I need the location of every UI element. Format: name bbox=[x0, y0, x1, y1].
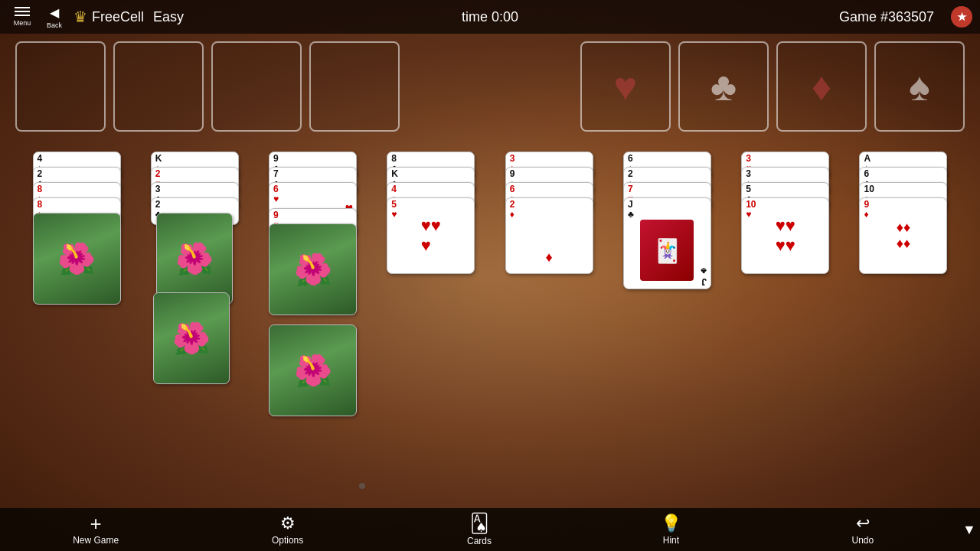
app-title: FreeCell bbox=[92, 9, 144, 25]
card-2-image2[interactable]: 🌺 bbox=[153, 292, 230, 384]
column-2[interactable]: K♠ 2♥ 3♣ 2♣ 🌺 🌺 bbox=[142, 152, 247, 416]
column-4[interactable]: 8♣ K♣ 4♦ 5♥ ♥♥♥ bbox=[379, 152, 483, 416]
back-arrow-icon: ◀ bbox=[50, 5, 59, 20]
free-cell-2[interactable] bbox=[113, 41, 204, 132]
foundation-cells: ♥ ♣ ♦ ♠ bbox=[580, 41, 965, 132]
column-3[interactable]: 9♣ 7♣ 6♥ ♥ 9♥ 🌺 🌺 bbox=[261, 152, 365, 416]
top-row: ♥ ♣ ♦ ♠ bbox=[15, 41, 965, 141]
card-1-image[interactable]: 🌺 bbox=[33, 213, 121, 305]
column-8[interactable]: A♠ 6♣ 10♠ 9♦ ♦♦♦♦ bbox=[851, 152, 956, 416]
col2-stack: K♠ 2♥ 3♣ 2♣ 🌺 🌺 bbox=[142, 152, 247, 384]
new-game-label: New Game bbox=[73, 535, 119, 546]
card-9d[interactable]: 9♦ ♦♦♦♦ bbox=[859, 197, 947, 274]
card-rank: J♣ bbox=[628, 200, 634, 220]
game-area: ♥ ♣ ♦ ♠ 4♠ 2♣ 8♦ 8♦ bbox=[0, 34, 980, 517]
options-button[interactable]: ⚙ Options bbox=[191, 508, 383, 551]
col8-stack: A♠ 6♣ 10♠ 9♦ ♦♦♦♦ bbox=[851, 152, 956, 274]
columns-area: 4♠ 2♣ 8♦ 8♦ 🌺 K♠ bbox=[15, 152, 965, 416]
avatar-icon: ★ bbox=[957, 11, 967, 23]
card-rank: 6♥ bbox=[273, 184, 279, 204]
col7-stack: 3♥ 3♠ 5♣ 10♥ ♥♥♥♥ bbox=[733, 152, 838, 274]
back-label: Back bbox=[47, 21, 62, 29]
crown-icon: ♛ bbox=[74, 8, 87, 26]
card-jc-face[interactable]: J♣ 🃏 J♣ bbox=[623, 197, 711, 289]
new-game-icon: + bbox=[90, 514, 102, 533]
options-icon: ⚙ bbox=[280, 514, 296, 533]
free-cell-4[interactable] bbox=[309, 41, 400, 132]
menu-icon-line3 bbox=[15, 15, 30, 16]
undo-label: Undo bbox=[851, 535, 874, 546]
col1-stack: 4♠ 2♣ 8♦ 8♦ 🌺 bbox=[24, 152, 129, 305]
cards-button[interactable]: 🂡 Cards bbox=[384, 508, 575, 551]
column-7[interactable]: 3♥ 3♠ 5♣ 10♥ ♥♥♥♥ bbox=[733, 152, 838, 416]
free-cell-3[interactable] bbox=[211, 41, 302, 132]
free-cell-1[interactable] bbox=[15, 41, 106, 132]
column-1[interactable]: 4♠ 2♣ 8♦ 8♦ 🌺 bbox=[24, 152, 129, 416]
col3-stack: 9♣ 7♣ 6♥ ♥ 9♥ 🌺 🌺 bbox=[261, 152, 365, 416]
cards-icon: 🂡 bbox=[470, 513, 489, 534]
menu-label: Menu bbox=[14, 19, 31, 27]
avatar: ★ bbox=[951, 6, 972, 28]
card-rank: 2♦ bbox=[510, 200, 515, 220]
card-10h[interactable]: 10♥ ♥♥♥♥ bbox=[741, 197, 829, 274]
menu-button[interactable]: Menu bbox=[6, 0, 38, 34]
scroll-down-button[interactable]: ▼ bbox=[959, 522, 980, 538]
card-rank: 9♦ bbox=[864, 200, 869, 220]
hint-label: Hint bbox=[663, 535, 679, 546]
cards-label: Cards bbox=[467, 536, 492, 546]
col4-stack: 8♣ K♣ 4♦ 5♥ ♥♥♥ bbox=[379, 152, 483, 274]
column-5[interactable]: 3♦ 9♠ 6♦ 2♦ ♦ bbox=[497, 152, 601, 416]
col6-stack: 6♠ 2♠ 7♥ J♣ 🃏 J♣ bbox=[615, 152, 719, 289]
free-cells bbox=[15, 41, 400, 132]
foundation-spades[interactable]: ♠ bbox=[874, 41, 965, 132]
timer-value: 0:00 bbox=[492, 9, 518, 24]
card-3-image1[interactable]: 🌺 bbox=[269, 223, 357, 315]
game-number: Game #363507 bbox=[839, 9, 934, 25]
column-6[interactable]: 6♠ 2♠ 7♥ J♣ 🃏 J♣ bbox=[615, 152, 719, 416]
footer: + New Game ⚙ Options 🂡 Cards 💡 Hint ↩ Un… bbox=[0, 508, 980, 551]
card-2-image1[interactable]: 🌺 bbox=[156, 213, 233, 305]
back-button[interactable]: ◀ Back bbox=[38, 0, 70, 34]
timer-display: time 0:00 bbox=[462, 9, 518, 25]
hint-icon: 💡 bbox=[661, 514, 681, 533]
undo-icon: ↩ bbox=[856, 514, 870, 533]
hint-button[interactable]: 💡 Hint bbox=[575, 508, 766, 551]
new-game-button[interactable]: + New Game bbox=[0, 508, 191, 551]
timer-label: time bbox=[462, 9, 488, 24]
col5-stack: 3♦ 9♠ 6♦ 2♦ ♦ bbox=[497, 152, 601, 274]
card-rank: 5♥ bbox=[391, 200, 397, 220]
card-5h[interactable]: 5♥ ♥♥♥ bbox=[387, 197, 475, 274]
card-3-image2[interactable]: 🌺 bbox=[269, 324, 357, 416]
undo-button[interactable]: ↩ Undo bbox=[767, 508, 959, 551]
foundation-clubs[interactable]: ♣ bbox=[678, 41, 769, 132]
foundation-diamonds[interactable]: ♦ bbox=[776, 41, 867, 132]
options-label: Options bbox=[272, 535, 303, 546]
menu-icon-line1 bbox=[15, 7, 30, 8]
difficulty-label: Easy bbox=[153, 9, 184, 25]
menu-icon-line2 bbox=[15, 11, 30, 12]
card-2d[interactable]: 2♦ ♦ bbox=[505, 197, 593, 274]
header: Menu ◀ Back ♛ FreeCell Easy time 0:00 Ga… bbox=[0, 0, 980, 34]
card-rank: 10♥ bbox=[746, 200, 756, 220]
foundation-hearts[interactable]: ♥ bbox=[580, 41, 671, 132]
scroll-down-icon: ▼ bbox=[962, 522, 976, 538]
